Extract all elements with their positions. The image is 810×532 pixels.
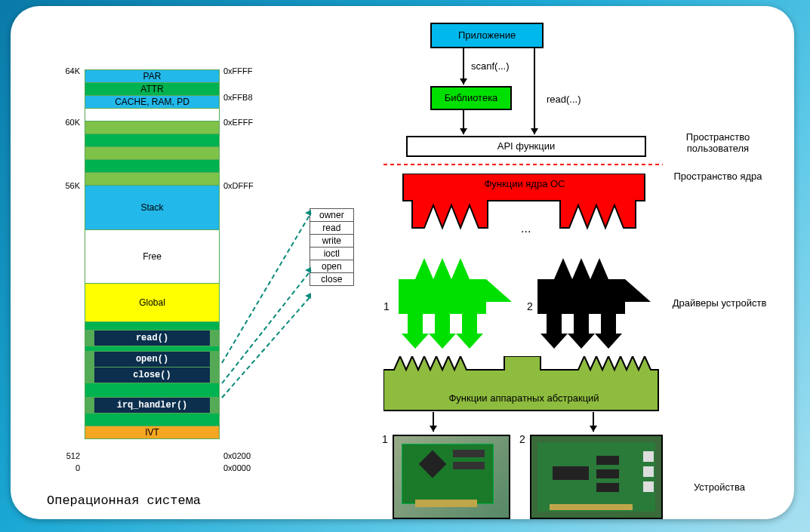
struct-field: read bbox=[310, 222, 353, 235]
devices-label: Устройства bbox=[663, 481, 776, 493]
app-box: Приложение bbox=[430, 23, 544, 48]
dev1-num: 1 bbox=[382, 433, 388, 445]
struct-field: ioctl bbox=[310, 248, 353, 260]
mem-row bbox=[85, 173, 219, 186]
mem-row bbox=[85, 121, 219, 134]
struct-field: write bbox=[310, 235, 353, 248]
struct-table: ownerreadwriteioctlopenclose bbox=[310, 208, 354, 286]
addr-left: 64K bbox=[45, 66, 80, 75]
mem-row: open() bbox=[85, 352, 219, 367]
mem-row bbox=[85, 414, 219, 426]
mem-row: Global bbox=[85, 284, 219, 322]
mem-row: ATTR bbox=[85, 83, 219, 96]
driver2-shape bbox=[537, 258, 660, 350]
scanf-label: scanf(...) bbox=[471, 60, 510, 72]
dev2-num: 2 bbox=[519, 433, 525, 445]
device1-image bbox=[393, 435, 510, 519]
svg-marker-9 bbox=[460, 128, 467, 134]
addr-right: 0xEFFF bbox=[223, 118, 253, 127]
svg-marker-13 bbox=[590, 426, 597, 432]
dots: ... bbox=[521, 222, 531, 235]
svg-line-1 bbox=[222, 270, 311, 383]
library-box: Библиотека bbox=[430, 86, 512, 110]
mem-row: irq_handler() bbox=[85, 398, 219, 414]
addr-left: 512 bbox=[45, 451, 80, 460]
kernspace-label: Пространство ядра bbox=[661, 171, 775, 182]
mem-row: read() bbox=[85, 331, 219, 346]
mem-row: IVT bbox=[85, 426, 219, 438]
svg-line-0 bbox=[222, 213, 311, 363]
addr-right: 0xDFFF bbox=[223, 181, 254, 190]
hal-label: Функции аппаратных абстракций bbox=[403, 392, 645, 404]
addr-right: 0x0200 bbox=[223, 451, 251, 460]
hal-shape bbox=[383, 356, 664, 414]
driver1-shape bbox=[399, 258, 521, 350]
main-panel: PARATTRCACHE, RAM, PDStackFreeGlobalread… bbox=[11, 6, 794, 519]
addr-right: 0xFFB8 bbox=[223, 93, 253, 102]
svg-marker-11 bbox=[430, 426, 437, 432]
svg-marker-7 bbox=[531, 128, 538, 134]
addr-right: 0x0000 bbox=[223, 463, 251, 472]
mem-row: Stack bbox=[85, 186, 219, 230]
mem-row bbox=[85, 160, 219, 173]
mem-row: PAR bbox=[85, 70, 219, 83]
struct-field: owner bbox=[310, 209, 353, 222]
read-label: read(...) bbox=[547, 94, 581, 105]
drivers-label: Драйверы устройств bbox=[663, 297, 776, 309]
svg-marker-5 bbox=[460, 78, 467, 85]
addr-left: 56K bbox=[45, 181, 80, 190]
api-box: API функции bbox=[406, 136, 646, 157]
mem-row bbox=[85, 383, 219, 398]
device2-image bbox=[530, 435, 663, 519]
userspace-label: Пространство пользователя bbox=[661, 131, 775, 154]
addr-right: 0xFFFF bbox=[223, 66, 253, 75]
struct-field: close bbox=[310, 273, 353, 285]
os-title: Операционная система bbox=[47, 494, 201, 508]
mem-row: Free bbox=[85, 230, 219, 284]
addr-left: 60K bbox=[45, 118, 80, 127]
mem-row: CACHE, RAM, PD bbox=[85, 96, 219, 109]
memory-map: PARATTRCACHE, RAM, PDStackFreeGlobalread… bbox=[85, 69, 220, 439]
driver1-num: 1 bbox=[383, 300, 390, 312]
mem-row bbox=[85, 134, 219, 147]
svg-line-2 bbox=[222, 296, 311, 398]
mem-row bbox=[85, 322, 219, 331]
mem-row bbox=[85, 147, 219, 160]
addr-left: 0 bbox=[45, 463, 80, 472]
struct-field: open bbox=[310, 260, 353, 273]
mem-row: close() bbox=[85, 367, 219, 383]
driver2-num: 2 bbox=[527, 300, 533, 312]
mem-row bbox=[85, 109, 219, 121]
kernel-label: Функции ядра ОС bbox=[444, 178, 605, 189]
mem-row bbox=[85, 346, 219, 352]
